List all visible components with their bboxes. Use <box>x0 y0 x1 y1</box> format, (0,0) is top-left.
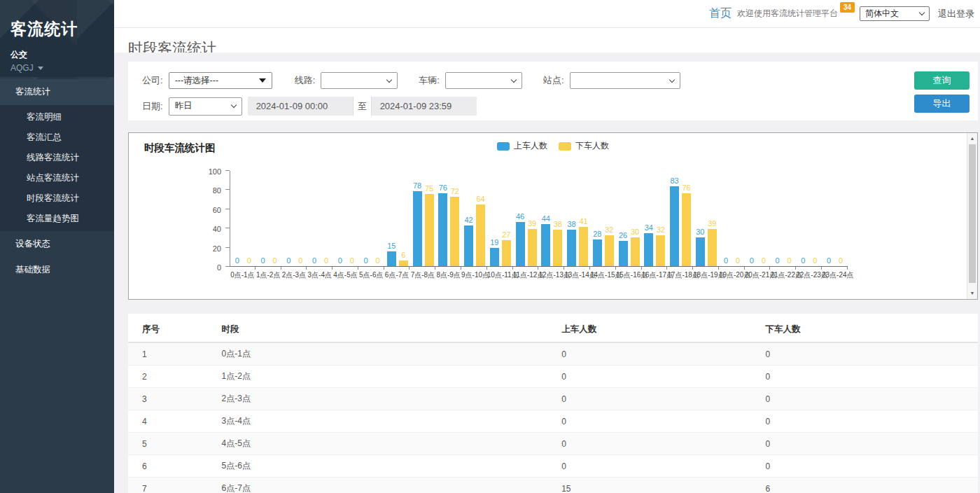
sidebar-item-passenger-flow[interactable]: 客流统计 <box>0 79 114 105</box>
table-row[interactable]: 32点-3点00 <box>128 388 978 410</box>
bar-col-boarding: 78 <box>413 182 422 266</box>
bar-group: 4438 <box>539 171 565 266</box>
x-axis-label: 7点-8点 <box>410 267 435 280</box>
bar-boarding[interactable] <box>490 248 499 266</box>
sidebar-item-station-flow[interactable]: 站点客流统计 <box>0 168 114 188</box>
bar-group: 4639 <box>513 171 539 266</box>
notification-badge[interactable]: 34 <box>840 2 855 13</box>
bar-col-boarding: 28 <box>593 230 602 266</box>
table-cell: 4 <box>128 410 222 433</box>
filter-row-1: 公司: ---请选择--- 线路: 车辆: 站点: <box>142 72 978 89</box>
bar-boarding[interactable] <box>438 193 447 266</box>
bar-col-alighting: 0 <box>244 257 253 266</box>
sidebar-item-flow-detail[interactable]: 客流明细 <box>0 107 114 127</box>
bar-col-boarding: 26 <box>619 232 628 266</box>
bar-alighting[interactable] <box>656 235 665 266</box>
x-axis-label: 3点-4点 <box>307 267 332 280</box>
bar-boarding[interactable] <box>413 191 422 266</box>
bar-alighting[interactable] <box>605 235 614 266</box>
bar-alighting[interactable] <box>528 229 537 266</box>
bar-boarding[interactable] <box>696 237 705 266</box>
table-row[interactable]: 76点-7点156 <box>128 478 978 493</box>
bar-group: 1927 <box>488 171 514 266</box>
bar-alighting[interactable] <box>502 240 511 266</box>
bar-value-label: 30 <box>696 228 704 236</box>
sidebar-item-device-status[interactable]: 设备状态 <box>0 231 114 257</box>
bar-alighting[interactable] <box>476 204 485 266</box>
sidebar-item-line-flow[interactable]: 线路客流统计 <box>0 148 114 168</box>
bar-alighting[interactable] <box>579 227 588 266</box>
legend-item-boarding[interactable]: 上车人数 <box>497 140 547 152</box>
chart-scrollbar[interactable]: ▲ ▼ <box>967 133 977 299</box>
line-select[interactable] <box>321 72 398 89</box>
y-tick-label: 60 <box>213 206 221 214</box>
bar-alighting[interactable] <box>682 193 691 266</box>
table-cell: 0 <box>765 366 978 388</box>
topbar: 首页 欢迎使用客流统计管理平台 34 简体中文 退出登录 <box>114 0 980 28</box>
date-preset-select[interactable]: 昨日 <box>169 97 242 116</box>
bar-value-label: 30 <box>631 228 639 236</box>
bar-boarding[interactable] <box>593 239 602 266</box>
table-row[interactable]: 65点-6点00 <box>128 455 978 478</box>
table-cell: 0点-1点 <box>222 342 562 366</box>
x-axis-label: 4点-5点 <box>332 267 358 280</box>
bar-boarding[interactable] <box>670 186 679 266</box>
org-dropdown[interactable]: AQGJ <box>10 63 114 73</box>
bar-boarding[interactable] <box>619 241 628 266</box>
bar-alighting[interactable] <box>553 230 562 266</box>
x-axis-label: 0点-1点 <box>230 267 255 280</box>
export-button[interactable]: 导出 <box>914 95 969 113</box>
legend-swatch <box>497 142 510 151</box>
bar-alighting[interactable] <box>708 229 717 266</box>
sidebar-item-flow-trend[interactable]: 客流量趋势图 <box>0 209 114 229</box>
logout-link[interactable]: 退出登录 <box>938 8 974 20</box>
bar-alighting[interactable] <box>631 237 640 266</box>
language-select[interactable]: 简体中文 <box>860 6 930 21</box>
x-axis-label: 10点-11点 <box>487 267 513 280</box>
x-axis-label: 16点-17点 <box>642 267 668 280</box>
legend-item-alighting[interactable]: 下车人数 <box>559 140 609 152</box>
sidebar-item-base-data[interactable]: 基础数据 <box>0 257 114 283</box>
org-dropdown-label: AQGJ <box>10 63 34 73</box>
bar-value-label: 19 <box>490 239 498 246</box>
bar-boarding[interactable] <box>464 225 473 266</box>
scrollbar-thumb[interactable] <box>969 144 976 283</box>
chart-x-axis: 0点-1点1点-2点2点-3点3点-4点4点-5点5点-6点6点-7点7点-8点… <box>230 267 848 280</box>
bar-boarding[interactable] <box>644 233 653 266</box>
sidebar-item-period-flow[interactable]: 时段客流统计 <box>0 188 114 209</box>
company-label: 公司: <box>142 74 163 87</box>
table-row[interactable]: 43点-4点00 <box>128 410 978 433</box>
bar-value-label: 0 <box>376 257 380 265</box>
bar-col-boarding: 19 <box>490 239 499 266</box>
bar-col-boarding: 38 <box>567 221 576 266</box>
scroll-down-icon[interactable]: ▼ <box>967 291 977 296</box>
table-row[interactable]: 21点-2点00 <box>128 366 978 388</box>
home-link[interactable]: 首页 <box>709 6 732 21</box>
search-button[interactable]: 查询 <box>914 71 969 90</box>
bar-boarding[interactable] <box>541 224 550 266</box>
date-to-input[interactable]: 2024-01-09 23:59 <box>372 97 477 116</box>
sidebar-item-flow-summary[interactable]: 客流汇总 <box>0 127 114 148</box>
station-select[interactable] <box>570 72 680 89</box>
bar-alighting[interactable] <box>450 197 459 266</box>
bar-col-boarding: 0 <box>773 257 782 266</box>
bar-col-boarding: 0 <box>799 257 808 266</box>
scroll-up-icon[interactable]: ▲ <box>967 136 977 141</box>
bar-alighting[interactable] <box>399 261 408 266</box>
table-row[interactable]: 10点-1点00 <box>128 342 978 366</box>
x-axis-label: 9点-10点 <box>461 267 487 280</box>
table-cell: 2点-3点 <box>222 388 562 410</box>
vehicle-select[interactable] <box>445 72 522 89</box>
bar-boarding[interactable] <box>387 251 396 266</box>
bar-boarding[interactable] <box>516 222 525 266</box>
table-row[interactable]: 54点-5点00 <box>128 433 978 455</box>
bar-value-label: 0 <box>350 257 354 265</box>
bar-alighting[interactable] <box>425 194 434 266</box>
bar-col-alighting: 30 <box>631 228 640 266</box>
bar-boarding[interactable] <box>567 230 576 266</box>
bar-value-label: 38 <box>568 221 576 228</box>
date-from-input[interactable]: 2024-01-09 00:00 <box>248 97 353 116</box>
company-select[interactable]: ---请选择--- <box>169 72 272 89</box>
chevron-down-icon <box>511 76 517 82</box>
date-range-group: 2024-01-09 00:00 至 2024-01-09 23:59 <box>248 97 477 116</box>
